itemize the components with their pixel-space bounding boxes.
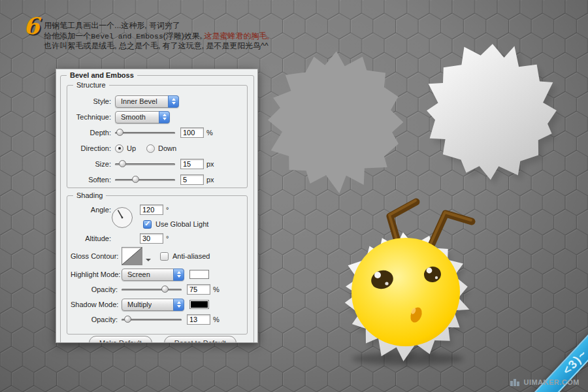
highlight-mode-select[interactable]: Screen [122,269,184,281]
direction-label: Direction: [71,144,111,152]
step-number: 6 [24,16,39,52]
style-label: Style: [71,97,111,105]
tutorial-lines: 用钢笔工具画出一个...这种形, 哥词穷了 给他添加一个Bevel and Em… [44,16,269,52]
bevel-emboss-group: Bevel and Emboss Structure Style: Inner … [60,75,254,343]
anti-aliased-checkbox[interactable] [160,252,169,261]
size-row: Size: px [71,156,244,172]
watermark-text: UIMAKER.COM [523,378,580,386]
shadow-opacity-slider[interactable] [122,315,182,324]
depth-label: Depth: [71,129,111,137]
highlight-opacity-row: Opacity: % [71,282,244,297]
stepper-icon [159,111,170,123]
structure-title: Structure [73,81,109,89]
technique-select[interactable]: Smooth [115,111,170,123]
tutorial-note: 6 用钢笔工具画出一个...这种形, 哥词穷了 给他添加一个Bevel and … [24,16,269,52]
bevel-emboss-dialog: Bevel and Emboss Structure Style: Inner … [56,69,258,343]
tutorial-line-1: 用钢笔工具画出一个...这种形, 哥词穷了 [44,21,269,31]
depth-unit: % [206,129,213,137]
global-light-row: Use Global Light [143,217,244,231]
technique-label: Technique: [71,113,111,121]
arrow-down-icon [172,102,176,105]
size-slider-thumb[interactable] [119,160,126,167]
shadow-mode-select[interactable]: Multiply [122,299,184,311]
highlight-mode-row: Highlight Mode: Screen [71,267,244,282]
structure-group: Structure Style: Inner Bevel Technique: … [67,85,248,188]
angle-dial[interactable] [110,206,134,229]
altitude-unit: ° [166,235,169,242]
highlight-color-swatch[interactable] [189,270,209,279]
dialog-buttons: Make Default Reset to Default [89,336,237,343]
slider-groove [115,132,175,134]
technique-row: Technique: Smooth [71,109,244,125]
use-global-light-checkbox[interactable] [143,220,152,229]
style-row: Style: Inner Bevel [71,93,244,109]
stepper-icon [173,269,184,281]
arrow-up-icon [177,271,181,274]
arrow-up-icon [177,301,181,304]
anti-aliased-label: Anti-aliased [172,252,210,260]
style-select[interactable]: Inner Bevel [115,95,179,108]
arrow-down-icon [177,305,181,308]
gloss-contour-well[interactable] [122,247,142,265]
reset-default-button[interactable]: Reset to Default [164,336,237,343]
shadow-opacity-thumb[interactable] [124,316,131,323]
shading-group: Shading Angle: ° Use Global Light Alt [67,195,248,335]
shadow-mode-label: Shadow Mode: [71,301,118,308]
button-label: Reset to Default [174,339,226,343]
depth-row: Depth: % [71,125,244,140]
altitude-label: Altitude: [71,235,111,242]
angle-unit: ° [166,206,169,214]
altitude-row: Altitude: ° [71,231,244,246]
direction-row: Direction: Up Down [71,140,244,156]
style-value: Inner Bevel [121,97,157,105]
highlight-opacity-thumb[interactable] [161,286,169,293]
stepper-icon [173,299,184,311]
shading-title: Shading [73,191,106,199]
soften-slider[interactable] [115,175,175,184]
make-default-button[interactable]: Make Default [89,336,152,343]
slider-groove [122,289,182,291]
size-unit: px [206,160,214,168]
gloss-contour-row: Gloss Contour: Anti-aliased [71,246,244,267]
angle-row: Angle: ° [71,203,244,217]
uimaker-logo-icon [510,378,519,386]
size-field[interactable] [180,159,204,169]
highlight-opacity-field[interactable] [187,284,210,295]
depth-slider[interactable] [115,128,175,137]
direction-down-radio[interactable] [146,144,155,153]
shadow-opacity-field[interactable] [187,314,210,325]
angle-label: Angle: [71,206,111,214]
gloss-contour-label: Gloss Contour: [71,252,118,260]
size-slider[interactable] [115,159,175,169]
soften-slider-thumb[interactable] [132,176,139,183]
highlight-opacity-unit: % [213,286,220,293]
arrow-up-icon [172,98,176,101]
slider-groove [115,179,175,181]
depth-field[interactable] [180,127,204,138]
shadow-color-swatch[interactable] [189,300,209,309]
direction-down-label: Down [158,144,176,152]
arrow-down-icon [177,275,181,278]
depth-slider-thumb[interactable] [116,129,123,136]
bee-face [351,238,460,346]
highlight-opacity-slider[interactable] [122,285,182,294]
size-label: Size: [71,160,111,168]
highlight-mode-label: Highlight Mode: [71,270,118,278]
tutorial-line-2: 给他添加一个Bevel and Emboss(浮雕)效果, 这是蜜蜂君的胸毛, [44,31,269,42]
soften-label: Soften: [71,176,111,184]
direction-up-label: Up [127,144,136,152]
angle-field[interactable] [140,204,163,215]
shadow-opacity-label: Opacity: [71,316,118,323]
contour-picker-arrow-icon[interactable] [146,259,151,264]
use-global-light-label: Use Global Light [155,220,208,228]
altitude-field[interactable] [140,233,163,244]
shadow-mode-row: Shadow Mode: Multiply [71,297,244,312]
gray-star-shape [268,51,403,193]
soften-field[interactable] [180,174,204,185]
dialog-title: Bevel and Emboss [67,71,137,79]
direction-up-radio[interactable] [115,144,123,153]
arrow-up-icon [163,114,167,116]
shadow-opacity-unit: % [213,316,220,323]
technique-value: Smooth [121,113,146,121]
watermark: UIMAKER.COM [510,378,580,386]
